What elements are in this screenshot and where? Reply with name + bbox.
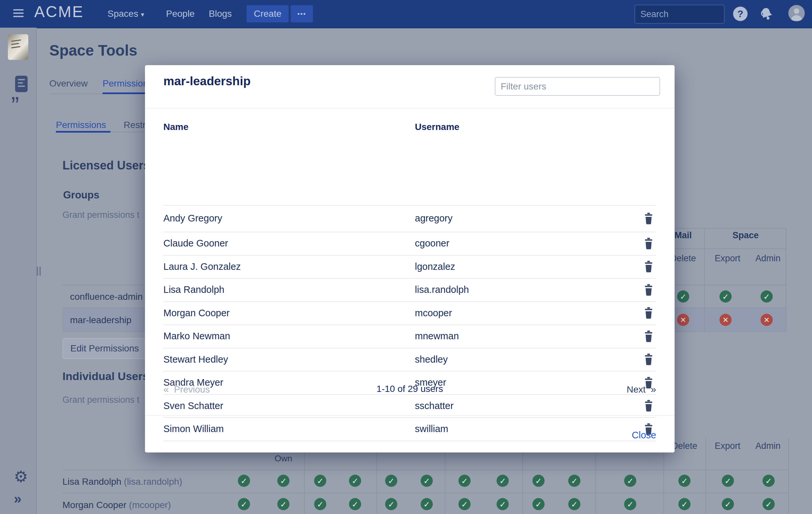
space-logo[interactable] (8, 34, 28, 60)
permission-granted-icon: ✓ (678, 498, 691, 510)
permission-denied-icon: ✕ (720, 314, 732, 326)
permission-granted-icon: ✓ (722, 498, 734, 510)
user-name: Laura J. Gonzalez (164, 261, 415, 272)
user-name: Morgan Cooper (164, 308, 415, 319)
groups-description: Grant permissions t (62, 210, 139, 220)
close-dialog-link[interactable]: Close (632, 430, 656, 441)
permission-granted-icon: ✓ (677, 291, 689, 303)
user-name: Sven Schatter (164, 401, 415, 411)
permission-denied-icon: ✕ (677, 314, 689, 326)
delete-user-button[interactable] (643, 212, 654, 225)
user-name: Lisa Randolph (62, 477, 124, 487)
modal-user-row: Andy Gregory agregory (164, 205, 656, 232)
create-button[interactable]: Create (246, 5, 289, 22)
delete-user-button[interactable] (643, 307, 654, 319)
edit-permissions-button[interactable]: Edit Permissions (62, 338, 152, 359)
permission-granted-icon: ✓ (385, 475, 398, 487)
nav-item-people[interactable]: People (166, 8, 195, 19)
user-username: lgonzalez (415, 261, 643, 272)
user-username: shedley (415, 354, 643, 365)
delete-user-button[interactable] (643, 260, 654, 273)
group-members-dialog: mar-leadership Name Username Andy Gregor… (145, 65, 674, 453)
top-navbar: ACME Spaces▾ People Blogs Create ••• ? (0, 0, 812, 28)
user-username: swilliam (415, 424, 643, 434)
user-name: Simon William (164, 424, 415, 434)
permission-granted-icon: ✓ (497, 498, 509, 510)
permission-granted-icon: ✓ (421, 475, 433, 487)
space-settings-gear-icon[interactable]: ⚙ (14, 467, 28, 486)
subtab-permissions[interactable]: Permissions (56, 120, 106, 130)
user-avatar[interactable] (788, 5, 805, 21)
expand-sidebar-icon[interactable]: » (14, 491, 21, 507)
groups-table-line (704, 228, 705, 331)
modal-user-row: Lisa Randolph lisa.randolph (164, 278, 656, 301)
modal-user-row: Marko Newman mnewman (164, 324, 656, 348)
column-subheader-delete: Delete (672, 441, 697, 451)
permission-granted-icon: ✓ (238, 498, 250, 510)
individual-user-row-label: Lisa Randolph (lisa.randolph) (62, 477, 182, 487)
pages-icon[interactable] (15, 76, 28, 92)
permission-granted-icon: ✓ (349, 498, 361, 510)
notification-bell-icon[interactable] (759, 6, 775, 22)
delete-user-button[interactable] (643, 400, 654, 412)
double-chevron-right-icon: » (650, 384, 656, 395)
permission-granted-icon: ✓ (624, 475, 636, 487)
permission-granted-icon: ✓ (569, 498, 581, 510)
chevron-down-icon: ▾ (141, 10, 144, 19)
groups-heading: Groups (63, 189, 99, 201)
permission-granted-icon: ✓ (497, 475, 509, 487)
space-sidebar: ” ⚙ » (0, 28, 37, 514)
permission-denied-icon: ✕ (761, 314, 773, 326)
permission-granted-icon: ✓ (763, 498, 775, 510)
permission-granted-icon: ✓ (459, 498, 471, 510)
permission-granted-icon: ✓ (278, 475, 290, 487)
delete-user-button[interactable] (643, 330, 654, 343)
user-name: Marko Newman (164, 331, 415, 342)
permission-granted-icon: ✓ (569, 475, 581, 487)
brand-logo[interactable]: ACME (34, 3, 84, 21)
user-name: Morgan Cooper (62, 500, 129, 510)
delete-user-button[interactable] (643, 237, 654, 250)
user-name: Lisa Randolph (164, 284, 415, 295)
groups-table-line (786, 228, 786, 331)
blog-quote-icon[interactable]: ” (11, 93, 19, 117)
user-name: Andy Gregory (164, 213, 415, 224)
individual-user-row-label: Morgan Cooper (mcooper) (62, 500, 171, 510)
nav-item-blogs[interactable]: Blogs (209, 8, 232, 19)
group-row-name[interactable]: mar-leadership (70, 315, 132, 325)
user-username: sschatter (415, 401, 643, 411)
dialog-title: mar-leadership (164, 74, 251, 88)
pagination-next[interactable]: Next » (627, 384, 656, 395)
hamburger-menu-icon[interactable] (13, 9, 24, 18)
permission-granted-icon: ✓ (678, 475, 691, 487)
user-username: agregory (415, 213, 643, 224)
column-subheader-own: Own (274, 454, 292, 464)
permission-granted-icon: ✓ (720, 291, 732, 303)
more-actions-button[interactable]: ••• (291, 5, 313, 22)
column-header-space: Space (732, 231, 759, 241)
individual-table-line (788, 438, 789, 514)
user-name: Claude Gooner (164, 238, 415, 249)
dialog-header-divider (145, 108, 674, 109)
modal-user-row: Laura J. Gonzalez lgonzalez (164, 255, 656, 278)
sidebar-resize-handle[interactable] (37, 267, 42, 276)
tab-overview[interactable]: Overview (49, 78, 88, 89)
dialog-footer-divider (145, 415, 674, 416)
pagination-bar: « Previous 1-10 of 29 users Next » (164, 381, 656, 400)
permission-granted-icon: ✓ (314, 475, 326, 487)
delete-user-button[interactable] (643, 353, 654, 366)
help-icon[interactable]: ? (733, 7, 748, 21)
group-row-name[interactable]: confluence-admin (70, 292, 143, 302)
search-box (635, 5, 725, 24)
users-table-username-header: Username (415, 122, 459, 132)
filter-users-input[interactable] (495, 77, 660, 96)
permission-granted-icon: ✓ (763, 475, 775, 487)
subtab-active-underline (56, 131, 111, 133)
user-name: Stewart Hedley (164, 354, 415, 365)
permission-granted-icon: ✓ (459, 475, 471, 487)
nav-item-spaces[interactable]: Spaces▾ (108, 8, 144, 19)
user-username: mcooper (415, 308, 643, 319)
section-heading: Licensed Users (62, 159, 150, 172)
delete-user-button[interactable] (643, 283, 654, 296)
user-username: (lisa.randolph) (124, 477, 182, 487)
